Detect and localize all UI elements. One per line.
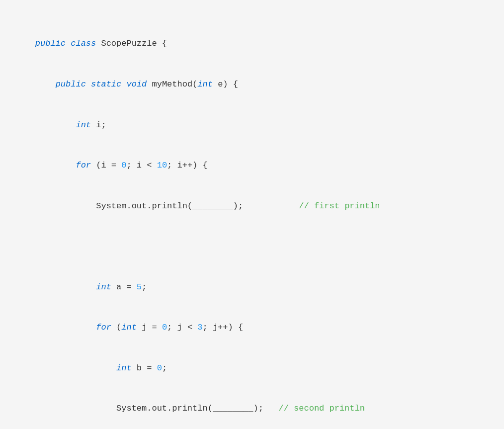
line-4: for (i = 0; i < 10; i++) { xyxy=(35,161,208,170)
line-8: for (int j = 0; j < 3; j++) { xyxy=(35,323,243,332)
line-2: public static void myMethod(int e) { xyxy=(35,80,238,89)
line-5: System.out.println(________); // first p… xyxy=(35,201,380,211)
line-1: public class ScopePuzzle { xyxy=(35,39,167,48)
line-10: System.out.println(________); // second … xyxy=(35,404,365,413)
line-9: int b = 0; xyxy=(35,363,167,373)
code-container: public class ScopePuzzle { public static… xyxy=(0,0,504,429)
code-block: public class ScopePuzzle { public static… xyxy=(15,10,489,429)
line-3: int i; xyxy=(35,120,106,130)
line-7: int a = 5; xyxy=(35,282,147,292)
